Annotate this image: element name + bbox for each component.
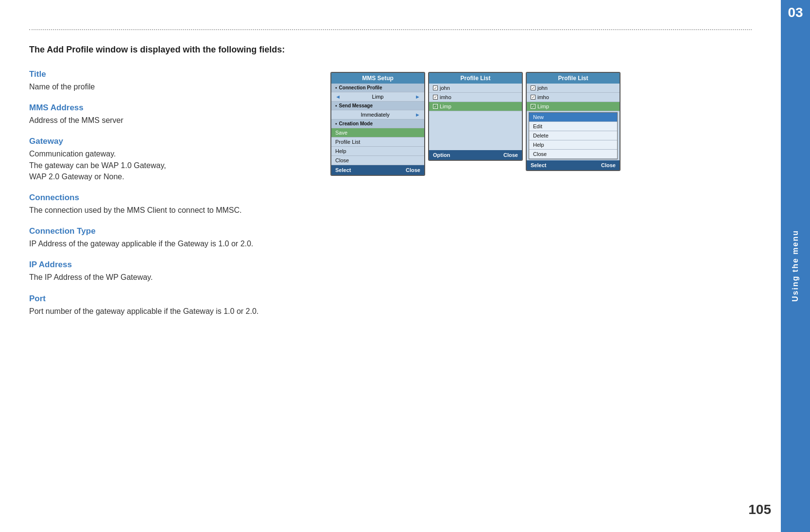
screen1-row-send-message: ▪ Send Message bbox=[331, 102, 424, 110]
screen3-item-limp[interactable]: ✓ Limp bbox=[527, 102, 620, 111]
left-column: Title Name of the profile MMS Address Ad… bbox=[29, 69, 311, 327]
screen1-row-creation-mode: ▪ Creation Mode bbox=[331, 120, 424, 128]
screen3-item-imho[interactable]: ✓ imho bbox=[527, 93, 620, 102]
checkbox-john: ✓ bbox=[433, 86, 438, 90]
field-mms-address: MMS Address Address of the MMS server bbox=[29, 103, 311, 126]
field-title-label: Title bbox=[29, 69, 311, 79]
phone-screen-3: Profile List ✓ john ✓ imho ✓ Limp bbox=[526, 72, 620, 171]
screen2-nav-option[interactable]: Option bbox=[433, 152, 450, 158]
checkbox3-imho: ✓ bbox=[531, 95, 535, 100]
screen2-nav: Option Close bbox=[429, 150, 522, 160]
screen1-row-connection-profile: ▪ Connection Profile bbox=[331, 84, 424, 92]
dotted-divider bbox=[29, 29, 752, 30]
bullet-icon2: ▪ bbox=[335, 103, 337, 108]
screen1-value-immediately: Immediately ► bbox=[331, 110, 424, 120]
arrow-right-icon: ► bbox=[415, 94, 420, 100]
field-connection-type-label: Connection Type bbox=[29, 226, 311, 236]
field-gateway-label: Gateway bbox=[29, 137, 311, 146]
field-port: Port Port number of the gateway applicab… bbox=[29, 294, 311, 317]
field-ip-address-desc: The IP Address of the WP Gateway. bbox=[29, 272, 311, 283]
field-connections: Connections The connection used by the M… bbox=[29, 193, 311, 216]
screen1-nav-close[interactable]: Close bbox=[406, 167, 420, 173]
field-connections-label: Connections bbox=[29, 193, 311, 203]
arrow-left-icon: ◄ bbox=[335, 94, 341, 100]
screen2-item-imho[interactable]: ✓ imho bbox=[429, 93, 522, 102]
screen1-menu-close[interactable]: Close bbox=[331, 156, 424, 165]
field-connection-type-desc: IP Address of the gateway applicable if … bbox=[29, 238, 311, 249]
screen2-nav-close[interactable]: Close bbox=[503, 152, 518, 158]
field-ip-address-label: IP Address bbox=[29, 260, 311, 270]
bullet-icon: ▪ bbox=[335, 85, 337, 90]
screen1-header: MMS Setup bbox=[331, 73, 424, 84]
field-title: Title Name of the profile bbox=[29, 69, 311, 92]
intro-text: The Add Profile window is displayed with… bbox=[29, 45, 752, 55]
screen2-item-john[interactable]: ✓ john bbox=[429, 84, 522, 93]
screen3-item-john[interactable]: ✓ john bbox=[527, 84, 620, 93]
field-title-desc: Name of the profile bbox=[29, 81, 311, 92]
field-connection-type: Connection Type IP Address of the gatewa… bbox=[29, 226, 311, 249]
field-gateway: Gateway Communication gateway.The gatewa… bbox=[29, 137, 311, 182]
field-gateway-desc: Communication gateway.The gateway can be… bbox=[29, 148, 311, 182]
field-mms-address-label: MMS Address bbox=[29, 103, 311, 113]
chapter-badge: 03 bbox=[781, 0, 810, 24]
right-column: MMS Setup ▪ Connection Profile ◄ Limp ► … bbox=[330, 69, 752, 327]
screen1-body: ▪ Connection Profile ◄ Limp ► ▪ Send Mes… bbox=[331, 84, 424, 165]
checkbox3-john: ✓ bbox=[531, 86, 535, 90]
right-sidebar: 03 Using the menu bbox=[781, 0, 810, 532]
screen3-menu-help[interactable]: Help bbox=[529, 140, 617, 150]
field-port-label: Port bbox=[29, 294, 311, 304]
field-port-desc: Port number of the gateway applicable if… bbox=[29, 306, 311, 317]
bullet-icon3: ▪ bbox=[335, 121, 337, 126]
screen3-context-menu: New Edit Delete Help Close bbox=[529, 112, 618, 159]
screen1-nav: Select Close bbox=[331, 165, 424, 175]
screen3-header: Profile List bbox=[527, 73, 620, 84]
screen2-header: Profile List bbox=[429, 73, 522, 84]
arrow-right-icon2: ► bbox=[415, 112, 420, 118]
checkbox-limp: ✓ bbox=[433, 104, 438, 109]
screen2-body: ✓ john ✓ imho ✓ Limp bbox=[429, 84, 522, 150]
screen1-menu-profile-list[interactable]: Profile List bbox=[331, 137, 424, 147]
phone-screen-2: Profile List ✓ john ✓ imho ✓ Limp bbox=[428, 72, 523, 161]
screen3-menu-delete[interactable]: Delete bbox=[529, 131, 617, 140]
screen3-nav-select[interactable]: Select bbox=[531, 162, 546, 168]
page-number: 105 bbox=[748, 502, 771, 517]
screen3-nav: Select Close bbox=[527, 160, 620, 170]
screen3-menu-close[interactable]: Close bbox=[529, 150, 617, 159]
screen1-menu-help[interactable]: Help bbox=[331, 147, 424, 156]
field-ip-address: IP Address The IP Address of the WP Gate… bbox=[29, 260, 311, 283]
field-mms-address-desc: Address of the MMS server bbox=[29, 115, 311, 126]
screen1-nav-select[interactable]: Select bbox=[335, 167, 351, 173]
field-connections-desc: The connection used by the MMS Client to… bbox=[29, 205, 311, 216]
screen3-nav-close[interactable]: Close bbox=[601, 162, 616, 168]
screen1-menu-save[interactable]: Save bbox=[331, 128, 424, 137]
sidebar-label: Using the menu bbox=[791, 230, 800, 302]
main-content: The Add Profile window is displayed with… bbox=[0, 0, 781, 532]
screen3-menu-new[interactable]: New bbox=[529, 113, 617, 122]
checkbox3-limp: ✓ bbox=[531, 104, 535, 109]
screen1-value-limp: ◄ Limp ► bbox=[331, 92, 424, 102]
screen3-menu-edit[interactable]: Edit bbox=[529, 122, 617, 131]
checkbox-imho: ✓ bbox=[433, 95, 438, 100]
content-area: Title Name of the profile MMS Address Ad… bbox=[29, 69, 752, 327]
screen2-empty-space bbox=[429, 111, 522, 150]
screen3-body: ✓ john ✓ imho ✓ Limp New bbox=[527, 84, 620, 159]
screen2-item-limp[interactable]: ✓ Limp bbox=[429, 102, 522, 111]
phone-screen-1: MMS Setup ▪ Connection Profile ◄ Limp ► … bbox=[330, 72, 425, 176]
